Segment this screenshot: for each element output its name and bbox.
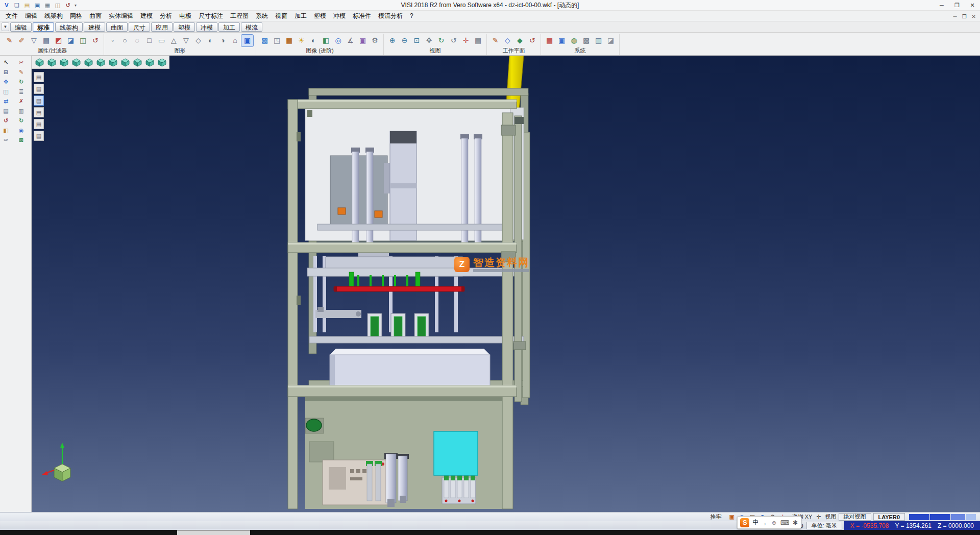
pan-icon[interactable]: ✥	[423, 35, 435, 46]
color-palette-icon[interactable]: ▦	[544, 35, 555, 46]
menu-item[interactable]: 塑模	[310, 11, 330, 21]
capture-icon[interactable]: ▣	[357, 35, 369, 46]
point-icon[interactable]: ◦	[107, 35, 118, 46]
tab-dropdown-icon[interactable]: ▼	[2, 22, 9, 31]
erase-icon[interactable]: ✗	[17, 98, 26, 105]
workplane-reset-icon[interactable]: ↺	[526, 35, 538, 46]
rotate-view-icon[interactable]: ↻	[435, 35, 447, 46]
menu-item[interactable]: 工程图	[227, 11, 252, 21]
menu-item[interactable]: 编辑	[21, 11, 41, 21]
toolbar-tab[interactable]: 应用	[151, 22, 173, 32]
dimension-icon[interactable]: ⇄	[2, 98, 10, 105]
menu-item[interactable]: 冲模	[330, 11, 349, 21]
undo-icon[interactable]: ↺	[63, 1, 72, 9]
workplane-align-icon[interactable]: ◇	[502, 35, 513, 46]
zoom-out-icon[interactable]: ⊖	[399, 35, 410, 46]
clipboard-view-3[interactable]: ▤	[34, 95, 44, 106]
cylinder-icon[interactable]: ◑	[217, 35, 229, 46]
snap-grid-icon[interactable]: ⊞	[2, 68, 10, 76]
grid-icon[interactable]: ▩	[580, 35, 592, 46]
measure-icon[interactable]: ∡	[345, 35, 356, 46]
slot-icon[interactable]: ▭	[156, 35, 167, 46]
toolbar-tab[interactable]: 塑模	[174, 22, 195, 32]
globe-icon[interactable]: ◍	[568, 35, 580, 46]
workplane-create-icon[interactable]: ✎	[489, 35, 501, 46]
magnet-icon[interactable]: ◉	[17, 127, 26, 134]
clipboard-view-5[interactable]: ▤	[34, 119, 44, 129]
view-iso4-cube[interactable]	[144, 57, 155, 68]
trim-icon[interactable]: ✂	[17, 59, 26, 66]
modify-attributes-icon[interactable]: ✎	[4, 35, 15, 46]
menu-item[interactable]: 视窗	[272, 11, 291, 21]
lock-toggle[interactable]: 拴牢	[707, 513, 725, 521]
lighting-icon[interactable]: ☀	[296, 35, 307, 46]
mdi-close-button[interactable]: ✕	[972, 14, 976, 19]
menu-item[interactable]: 实体编辑	[105, 11, 137, 21]
menu-item[interactable]: 尺寸标注	[195, 11, 227, 21]
workplane-view-icon[interactable]: ◆	[514, 35, 526, 46]
mirror-icon[interactable]: ◫	[2, 88, 10, 95]
taskbar[interactable]	[0, 530, 980, 535]
view-top-cube[interactable]	[46, 57, 57, 68]
open-file-icon[interactable]: ▤	[22, 1, 32, 9]
menu-item[interactable]: 文件	[2, 11, 21, 21]
visi-logo-icon[interactable]: V	[2, 1, 11, 9]
view-back-cube[interactable]	[95, 57, 106, 68]
view-front-cube[interactable]	[58, 57, 69, 68]
view-bottom-cube[interactable]	[107, 57, 118, 68]
view-iso2-cube[interactable]	[119, 57, 131, 68]
perspective-icon[interactable]: ◪	[605, 35, 617, 46]
section-view-icon[interactable]: ◧	[320, 35, 332, 46]
import-icon[interactable]: ▦	[43, 1, 52, 9]
annotate-icon[interactable]: ✑	[2, 136, 10, 143]
ime-punct-icon[interactable]: ，	[762, 518, 768, 527]
save-icon[interactable]: ▣	[33, 1, 42, 9]
mdi-minimize-button[interactable]: ─	[953, 14, 957, 19]
diamond-icon[interactable]: ◇	[192, 35, 204, 46]
close-button[interactable]: ✕	[965, 0, 980, 10]
ime-lang-icon[interactable]: 中	[752, 518, 758, 527]
toolbar-tab[interactable]: 标准	[33, 22, 54, 32]
toolbar-tab[interactable]: 建模	[84, 22, 105, 32]
redo-icon[interactable]: ↻	[17, 117, 26, 124]
arc-icon[interactable]: ◌	[131, 35, 143, 46]
view-mode-label[interactable]: 视图	[823, 513, 839, 521]
move-icon[interactable]: ✥	[2, 78, 10, 85]
toolbar-tab[interactable]: 加工	[218, 22, 240, 32]
filter-icon[interactable]: ▽	[28, 35, 40, 46]
maximize-button[interactable]: ❐	[949, 0, 965, 10]
image-settings-icon[interactable]: ⚙	[369, 35, 381, 46]
view-list-icon[interactable]: ▤	[472, 35, 484, 46]
select-icon[interactable]: ↖	[2, 59, 10, 66]
menu-item[interactable]: 加工	[291, 11, 310, 21]
paint-icon[interactable]: ◧	[2, 127, 10, 134]
toolbar-tab[interactable]: 模流	[241, 22, 262, 32]
toolbar-tab[interactable]: 线架构	[55, 22, 83, 32]
rotate-icon[interactable]: ↻	[17, 78, 26, 85]
viewport-3d[interactable]: ▤▤▤▤▤▤	[32, 56, 980, 512]
rectangle-icon[interactable]: □	[143, 35, 155, 46]
toolbar-tab[interactable]: 尺寸	[129, 22, 150, 32]
menu-item[interactable]: 分析	[156, 11, 176, 21]
minimize-button[interactable]: ─	[934, 0, 949, 10]
export-icon[interactable]: ◫	[53, 1, 62, 9]
shadow-icon[interactable]: ◐	[308, 35, 320, 46]
view-shaded-cube[interactable]	[156, 57, 167, 68]
offset-icon[interactable]: ≣	[17, 88, 26, 95]
color-filter-icon[interactable]: ◩	[53, 35, 64, 46]
element-filter-icon[interactable]: ◪	[65, 35, 77, 46]
zoom-fit-icon[interactable]: ⊡	[411, 35, 423, 46]
view-left-cube[interactable]	[83, 57, 94, 68]
solid-shaded-icon[interactable]: ▣	[241, 35, 253, 46]
render-shaded-icon[interactable]: ▩	[259, 35, 271, 46]
copy-attributes-icon[interactable]: ✐	[16, 35, 28, 46]
previous-view-icon[interactable]: ↺	[448, 35, 459, 46]
clipboard-view-6[interactable]: ▤	[34, 131, 44, 141]
menu-item[interactable]: 建模	[137, 11, 156, 21]
render-wireframe-icon[interactable]: ◳	[271, 35, 283, 46]
ime-toolbox-icon[interactable]: ✱	[792, 519, 798, 526]
undo-icon[interactable]: ↺	[2, 117, 10, 124]
texture-icon[interactable]: ▦	[283, 35, 295, 46]
menu-item[interactable]: 系统	[252, 11, 272, 21]
dynamic-view-icon[interactable]: ✛	[460, 35, 472, 46]
